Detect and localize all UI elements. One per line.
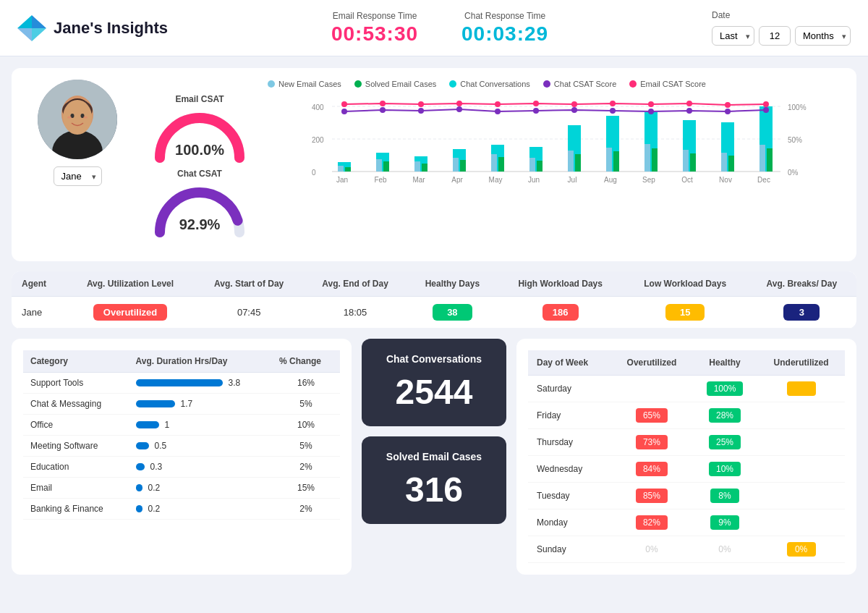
main-chart: 400 200 0 100% 50% 0%: [268, 96, 845, 248]
th-low: Low Workload Days: [624, 271, 747, 297]
month-sep: Sep: [642, 176, 655, 184]
workload-day: Tuesday: [528, 483, 611, 510]
dot-chat-csat-oct: [686, 108, 692, 114]
bar-email-oct: [683, 150, 689, 172]
bar-email-apr: [453, 158, 459, 172]
date-last-select[interactable]: Last: [712, 26, 754, 46]
date-num-input[interactable]: [759, 26, 791, 46]
th-day: Day of Week: [528, 350, 611, 376]
dot-email-csat-may: [495, 101, 501, 107]
category-name: Office: [23, 415, 129, 436]
agent-table-header-row: Agent Avg. Utilization Level Avg. Start …: [12, 271, 856, 297]
dot-chat-csat-sep: [648, 109, 654, 114]
category-bar: [136, 484, 142, 491]
th-agent: Agent: [12, 271, 66, 297]
td-high: 186: [498, 297, 624, 329]
stats-panel: Chat Conversations 2544 Solved Email Cas…: [362, 339, 506, 575]
th-start: Avg. Start of Day: [195, 271, 303, 297]
th-end: Avg. End of Day: [303, 271, 407, 297]
month-oct: Oct: [681, 176, 693, 184]
list-item: Sunday 0% 0% 0%: [528, 536, 845, 563]
agent-select-wrap[interactable]: Jane: [54, 166, 102, 186]
agent-table: Agent Avg. Utilization Level Avg. Start …: [12, 271, 856, 329]
svg-text:0: 0: [312, 169, 316, 177]
list-item: Banking & Finance 0.2 2%: [23, 499, 340, 520]
under-badge: 0%: [787, 542, 816, 557]
dot-chat-csat-jun: [533, 108, 539, 114]
bar-solved-apr: [460, 160, 466, 172]
category-pct: 5%: [272, 394, 340, 415]
category-name: Chat & Messaging: [23, 394, 129, 415]
over-badge: 85%: [636, 489, 668, 503]
list-item: Saturday 100%: [528, 376, 845, 402]
healthy-wl-badge: 25%: [709, 435, 741, 449]
healthy-wl-badge: 10%: [709, 462, 741, 476]
month-aug: Aug: [604, 176, 617, 184]
workload-healthy: 100%: [692, 376, 757, 402]
category-pct: 16%: [272, 373, 340, 394]
svg-text:100%: 100%: [788, 103, 807, 111]
low-badge: 15: [665, 304, 705, 321]
over-badge: 82%: [636, 515, 668, 530]
chart-legend: New Email Cases Solved Email Cases Chat …: [268, 80, 845, 88]
agent-select[interactable]: Jane: [54, 166, 102, 186]
legend-solved-email: Solved Email Cases: [354, 80, 436, 88]
gauges-panel: Email CSAT 100.0% Chat CSAT 92.9%: [142, 80, 258, 250]
th-pct-change: % Change: [272, 350, 340, 373]
chat-csat-value: 92.9%: [179, 216, 221, 233]
legend-label-chat-csat: Chat CSAT Score: [554, 80, 616, 88]
dot-email-csat-dec: [763, 101, 769, 107]
bar-email-feb: [376, 159, 382, 172]
date-period-select[interactable]: Months Weeks Days: [795, 26, 851, 46]
list-item: Friday 65% 28%: [528, 402, 845, 429]
logo-icon: [17, 15, 46, 41]
category-bar-cell: 1.7: [129, 394, 272, 415]
healthy-badge: 38: [433, 304, 472, 321]
dot-chat-csat-apr: [456, 106, 462, 112]
dot-email-csat-oct: [686, 101, 692, 106]
dot-email-csat-apr: [456, 101, 462, 106]
healthy-wl-badge: 8%: [710, 489, 739, 503]
workload-under: [757, 376, 845, 402]
date-period-wrap[interactable]: Months Weeks Days: [795, 26, 851, 46]
dot-chat-csat-feb: [380, 107, 386, 113]
th-utilization: Avg. Utilization Level: [66, 271, 195, 297]
workload-under: [757, 429, 845, 456]
bar-email-may: [491, 154, 497, 172]
category-duration: 0.2: [148, 504, 161, 514]
bar-solved-oct: [690, 153, 696, 172]
healthy-empty: 0%: [718, 544, 731, 554]
over-badge: 65%: [636, 408, 668, 423]
bar-email-jul: [568, 151, 574, 172]
date-label: Date: [712, 10, 730, 20]
date-controls: Last Months Weeks Days: [712, 26, 851, 46]
svg-text:0%: 0%: [788, 169, 799, 177]
month-jul: Jul: [568, 176, 577, 184]
td-healthy: 38: [407, 297, 498, 329]
category-bar: [136, 379, 223, 386]
dot-chat-csat-jul: [571, 107, 577, 113]
category-bar-cell: 0.2: [129, 499, 272, 520]
stat-card-email: Solved Email Cases 316: [362, 436, 506, 524]
legend-dot-solved-email: [354, 80, 362, 88]
line-chat-csat: [344, 109, 766, 111]
date-last-wrap[interactable]: Last: [712, 26, 754, 46]
legend-email-csat: Email CSAT Score: [629, 80, 706, 88]
email-response-value: 00:53:30: [331, 22, 418, 46]
dot-email-csat-jul: [571, 101, 577, 107]
bar-solved-aug: [613, 151, 619, 172]
under-empty-badge: [787, 381, 816, 396]
month-feb: Feb: [374, 176, 387, 184]
legend-chat-csat: Chat CSAT Score: [543, 80, 616, 88]
top-section: Jane Email CSAT 100.0% Chat CSAT: [12, 68, 856, 261]
logo-area: Jane's Insights: [17, 15, 168, 41]
legend-dot-email-csat: [629, 80, 637, 88]
healthy-wl-badge: 9%: [710, 515, 739, 530]
td-breaks: 3: [747, 297, 856, 329]
dot-chat-csat-nov: [725, 109, 731, 114]
agent-table-section: Agent Avg. Utilization Level Avg. Start …: [12, 271, 856, 329]
chat-csat-container: 92.9%: [149, 182, 250, 236]
workload-over: 82%: [611, 510, 692, 536]
workload-healthy: 8%: [692, 483, 757, 510]
month-jun: Jun: [528, 176, 540, 184]
